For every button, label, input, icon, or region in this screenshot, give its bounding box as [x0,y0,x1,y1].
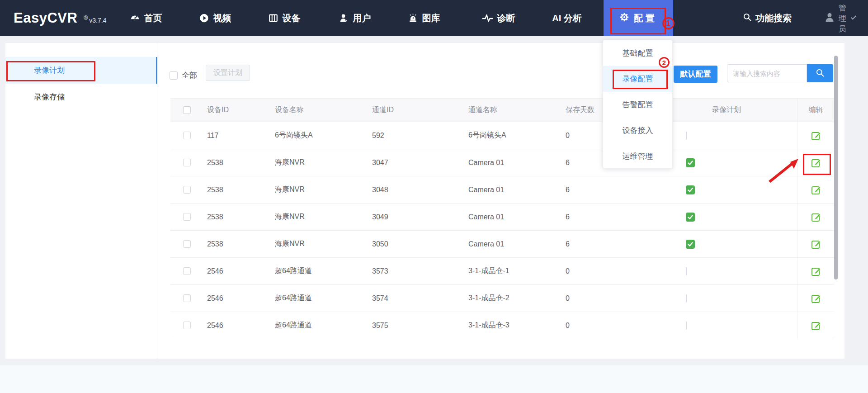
edit-icon[interactable] [811,212,821,223]
cell-channel-name: 6号岗镜头A [465,131,562,140]
nav-item-user[interactable]: 用户 [339,0,371,36]
row-select-checkbox[interactable] [183,240,191,248]
table-row: 2546 超64路通道 3574 3-1-成品仓-2 0 [170,285,834,312]
content-card: 录像计划 录像存储 全部 设置计划 默认配置 设备ID 设备名称 通道ID 通道… [5,43,844,359]
row-select-checkbox[interactable] [183,294,191,302]
cell-channel-id: 3050 [368,240,465,248]
function-search[interactable]: 功能搜索 [743,0,792,36]
sidebar-item-recording-plan[interactable]: 录像计划 [5,57,157,84]
cell-channel-name: Camera 01 [465,213,562,221]
edit-icon[interactable] [811,239,821,250]
recording-plan-checkbox[interactable] [686,213,695,222]
row-select-checkbox[interactable] [183,213,191,221]
edit-icon[interactable] [811,157,821,168]
edit-icon[interactable] [811,130,821,141]
col-header-channel-name: 通道名称 [465,105,562,115]
cell-channel-id: 3574 [368,294,465,303]
col-header-edit: 编辑 [797,99,834,122]
cell-device-name: 海康NVR [271,158,368,167]
select-all-checkbox[interactable] [170,71,178,80]
footer-strip [0,365,868,393]
cell-save-days: 6 [562,240,677,248]
diagnosis-icon [482,13,493,24]
search-button[interactable] [807,64,833,82]
recording-plan-checkbox[interactable] [686,158,695,167]
cell-device-id: 2538 [203,213,271,221]
nav-item-device[interactable]: 设备 [269,0,301,36]
table-row: 2538 海康NVR 3049 Camera 01 6 [170,204,834,231]
app-logo[interactable]: EasyCVR ®v3.7.4 [14,0,106,36]
cell-device-name: 超64路通道 [271,294,368,303]
sidebar-item-label: 录像存储 [34,93,65,101]
user-menu[interactable]: 管理员 [824,0,855,36]
col-header-recording-plan: 录像计划 [677,105,797,115]
nav-item-config[interactable]: 配置 [604,0,673,36]
search-icon [816,68,825,79]
easycvr-recording-config-page: EasyCVR ®v3.7.4 首页 视频 设备 用户 图库 诊断 [0,0,868,393]
nav-item-label: 图库 [422,12,440,24]
row-select-checkbox[interactable] [183,267,191,275]
sidebar-item-recording-storage[interactable]: 录像存储 [5,84,157,110]
cell-device-id: 2546 [203,267,271,275]
nav-item-label: 设备 [283,12,301,24]
edit-icon[interactable] [811,320,821,331]
table-row: 2538 海康NVR 3050 Camera 01 6 [170,231,834,258]
col-header-device-name: 设备名称 [271,105,368,115]
col-header-channel-id: 通道ID [368,105,465,115]
cell-device-id: 2538 [203,240,271,248]
set-plan-button[interactable]: 设置计划 [206,65,250,81]
recording-plan-checkbox[interactable] [686,322,687,330]
nav-item-ai-analysis[interactable]: AI 分析 [552,0,582,36]
edit-icon[interactable] [811,185,821,195]
edit-icon[interactable] [811,266,821,277]
channel-table: 设备ID 设备名称 通道ID 通道名称 保存天数 录像计划 编辑 117 6号岗… [170,98,834,339]
menu-item-alarm-config[interactable]: 告警配置 [603,92,672,118]
cell-channel-name: Camera 01 [465,159,562,167]
recording-plan-checkbox[interactable] [686,185,695,194]
col-header-device-id: 设备ID [203,105,271,115]
cell-channel-id: 3048 [368,186,465,194]
nav-item-home[interactable]: 首页 [130,0,162,36]
nav-item-video[interactable]: 视频 [199,0,231,36]
video-icon [199,13,209,23]
cell-save-days: 0 [562,322,677,330]
header-select-all-checkbox[interactable] [183,106,191,114]
top-navbar: EasyCVR ®v3.7.4 首页 视频 设备 用户 图库 诊断 [0,0,868,36]
recording-plan-checkbox[interactable] [686,240,695,249]
menu-item-basic-config[interactable]: 基础配置 [603,40,672,66]
menu-item-recording-config[interactable]: 录像配置 [603,66,672,92]
row-select-checkbox[interactable] [183,186,191,194]
recording-plan-checkbox[interactable] [686,132,687,140]
chevron-down-icon [851,14,856,20]
cell-device-id: 117 [203,132,271,140]
search-input[interactable] [727,64,807,82]
gallery-icon [408,13,418,23]
row-select-checkbox[interactable] [183,159,191,166]
select-all-label: 全部 [182,70,197,80]
nav-item-label: 视频 [213,12,231,24]
nav-item-label: 配置 [634,12,657,24]
recording-plan-checkbox[interactable] [686,294,687,303]
app-version: ®v3.7.4 [84,15,106,24]
cell-device-name: 超64路通道 [271,266,368,276]
row-select-checkbox[interactable] [183,132,191,139]
cell-channel-id: 3049 [368,213,465,221]
nav-item-label: 诊断 [497,12,515,24]
vertical-scrollbar[interactable] [834,56,838,279]
default-config-button[interactable]: 默认配置 [674,66,717,83]
table-header-row: 设备ID 设备名称 通道ID 通道名称 保存天数 录像计划 编辑 [170,98,834,122]
cell-device-name: 超64路通道 [271,321,368,330]
cell-device-id: 2538 [203,186,271,194]
recording-plan-checkbox[interactable] [686,267,687,275]
edit-icon[interactable] [811,293,821,304]
app-logo-text: EasyCVR [14,10,77,26]
table-row: 2546 超64路通道 3573 3-1-成品仓-1 0 [170,258,834,285]
nav-item-label: AI 分析 [552,12,582,24]
row-select-checkbox[interactable] [183,322,191,329]
nav-item-gallery[interactable]: 图库 [408,0,440,36]
cell-device-name: 海康NVR [271,212,368,222]
menu-item-device-access[interactable]: 设备接入 [603,118,672,143]
nav-item-diagnosis[interactable]: 诊断 [482,0,515,36]
cell-device-id: 2546 [203,322,271,330]
menu-item-ops-management[interactable]: 运维管理 [603,143,672,169]
